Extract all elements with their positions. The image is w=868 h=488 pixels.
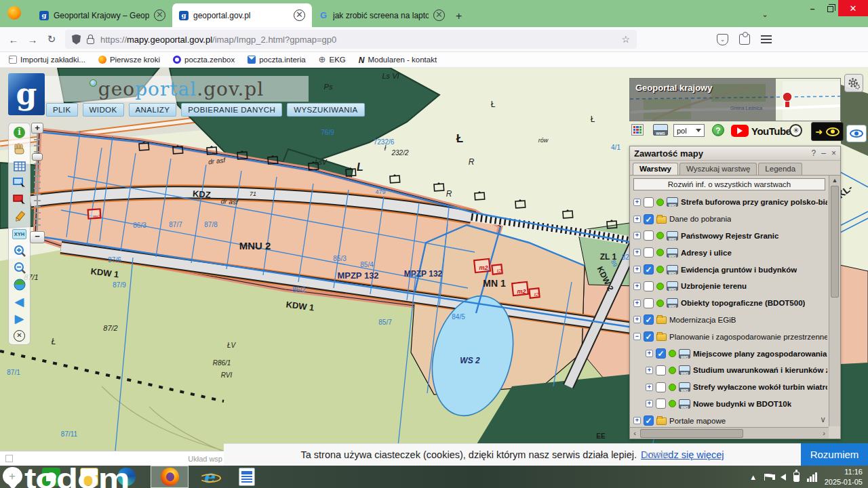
layer-checkbox[interactable] xyxy=(644,247,654,258)
select-rect-tool[interactable] xyxy=(12,176,28,190)
expand-icon[interactable]: + xyxy=(633,199,641,206)
document-app-icon[interactable] xyxy=(239,468,255,486)
vertical-scrollbar[interactable]: ▲ xyxy=(829,176,840,426)
expand-icon[interactable]: + xyxy=(633,300,641,307)
list-tabs-icon[interactable]: ⌄ xyxy=(757,5,773,23)
volume-icon[interactable] xyxy=(781,474,786,481)
url-text[interactable]: https://mapy.geoportal.gov.pl/imap/Imgp_… xyxy=(100,35,615,45)
coordinates-xyh-tool[interactable]: XYH xyxy=(12,227,28,241)
layer-checkbox[interactable] xyxy=(656,399,666,409)
layer-checkbox[interactable]: ✓ xyxy=(644,314,654,325)
layer-label[interactable]: Strefy wyłaczone wokół turbin wiatrow xyxy=(693,383,827,391)
tracking-shield-icon[interactable] xyxy=(72,35,81,45)
panel-help-icon[interactable]: ? xyxy=(812,149,816,157)
browser-tab[interactable]: gGeoportal Krajowy – Geoportal✕ xyxy=(33,3,172,27)
reload-icon[interactable]: ↻ xyxy=(42,33,61,45)
help-icon[interactable]: ? xyxy=(712,124,724,136)
lock-icon[interactable] xyxy=(87,38,94,44)
scroll-up-icon[interactable]: ▲ xyxy=(829,176,840,185)
collapse-icon[interactable]: − xyxy=(633,333,641,340)
panel-tab-wyszukaj-warstwę[interactable]: Wyszukaj warstwę xyxy=(679,163,757,175)
layer-checkbox[interactable]: ✓ xyxy=(644,331,654,342)
horizontal-scrollbar[interactable]: ‹ › xyxy=(630,427,829,439)
zoom-in-tool[interactable] xyxy=(12,244,28,258)
attribute-table-tool[interactable] xyxy=(12,159,28,173)
next-view-tool[interactable]: ▶ xyxy=(12,312,28,325)
layer-label[interactable]: Państwowy Rejestr Granic xyxy=(681,232,778,240)
new-tab-button[interactable]: + xyxy=(456,11,462,22)
expand-icon[interactable]: + xyxy=(633,417,641,424)
clear-selection-tool[interactable]: ✕ xyxy=(12,329,28,342)
tray-expand-icon[interactable]: ▲ xyxy=(749,473,757,481)
wheel-icon[interactable]: ✳ xyxy=(789,124,802,137)
draw-measure-tool[interactable] xyxy=(12,210,28,224)
info-tool[interactable]: i xyxy=(12,125,28,139)
layer-checkbox[interactable]: ✓ xyxy=(644,264,654,274)
layer-label[interactable]: Nowe budynki w BDOT10k xyxy=(693,400,791,408)
layer-label[interactable]: Obiekty topograficzne (BDOT500) xyxy=(681,299,805,307)
geoportal-logo[interactable]: g xyxy=(8,73,45,115)
panel-tab-warstwy[interactable]: Warstwy xyxy=(633,163,678,175)
bookmark-item[interactable]: Pierwsze kroki xyxy=(98,56,160,64)
layer-checkbox[interactable] xyxy=(656,382,666,392)
bookmark-star-icon[interactable]: ☆ xyxy=(621,34,630,45)
layer-label[interactable]: Ewidencja gruntów i budynków xyxy=(681,266,797,274)
layer-label[interactable]: Adresy i ulice xyxy=(681,249,732,257)
zoom-track[interactable] xyxy=(31,134,43,230)
internet-explorer-icon[interactable]: e xyxy=(199,468,219,486)
expand-icon[interactable]: + xyxy=(646,367,653,374)
full-extent-tool[interactable] xyxy=(12,278,28,291)
expand-icon[interactable]: + xyxy=(633,216,641,223)
layer-label[interactable]: Planowanie i zagospodarowanie przestrzen… xyxy=(669,333,827,341)
layer-label[interactable]: Studium uwarunkowań i kierunków zag xyxy=(693,366,827,374)
tab-close-icon[interactable]: ✕ xyxy=(433,9,445,21)
youtube-link[interactable]: YouTube xyxy=(731,125,791,137)
layer-label[interactable]: Dane do pobrania xyxy=(669,215,731,223)
map-viewport[interactable]: ROLs VIPsLsVLŁŁŁłRRrów232/27232/676/94/1… xyxy=(0,68,868,466)
browser-tab[interactable]: ggeoportal.gov.pl✕ xyxy=(172,3,312,27)
panel-close-icon[interactable]: × xyxy=(831,149,836,157)
forward-icon[interactable]: → xyxy=(23,34,42,45)
battery-icon[interactable] xyxy=(793,472,800,482)
bookmark-item[interactable]: NModularen - kontakt xyxy=(359,56,437,64)
hamburger-menu-icon[interactable] xyxy=(761,35,772,43)
expand-icon[interactable]: + xyxy=(646,400,653,407)
expand-icon[interactable]: + xyxy=(646,350,653,357)
pocket-icon[interactable]: ⌄ xyxy=(717,34,728,45)
layer-checkbox[interactable] xyxy=(644,298,654,308)
firefox-icon[interactable] xyxy=(7,6,21,20)
firefox-taskbar-icon[interactable] xyxy=(161,468,179,486)
settings-gear-icon[interactable] xyxy=(844,74,863,92)
expand-icon[interactable]: + xyxy=(633,316,641,323)
accessibility-eye-button[interactable] xyxy=(846,125,867,142)
layer-label[interactable]: Strefa buforowa przy granicy polsko-biał… xyxy=(681,198,827,206)
bookmark-item[interactable]: Importuj zakładki... xyxy=(9,56,85,64)
select-red-rect-tool[interactable] xyxy=(12,193,28,207)
layer-label[interactable]: Portale mapowe xyxy=(669,417,726,425)
expand-icon[interactable]: + xyxy=(646,384,653,391)
horizontal-scroll-thumb[interactable] xyxy=(640,429,743,438)
zoom-handle[interactable] xyxy=(32,153,43,161)
chevron-down-icon[interactable]: ∨ xyxy=(820,415,826,424)
clock[interactable]: 11:16 2025-01-05 xyxy=(825,467,863,487)
bookmark-item[interactable]: poczta.zenbox xyxy=(173,56,235,64)
layer-label[interactable]: Miejscowe plany zagospodarowania prz xyxy=(693,350,827,358)
bookmark-item[interactable]: ⊕EKG xyxy=(319,56,346,64)
zoom-out-tool[interactable] xyxy=(12,261,28,274)
menu-plik[interactable]: PLIK xyxy=(46,103,78,117)
restore-button[interactable] xyxy=(822,0,838,18)
contrast-toggle[interactable]: ➜ xyxy=(811,122,844,141)
minimize-button[interactable]: – xyxy=(804,0,821,18)
zoom-out-button[interactable]: − xyxy=(30,231,45,243)
overview-map[interactable]: Gmina Lednica Geoportal krajowy xyxy=(629,78,841,121)
menu-analizy[interactable]: ANALIZY xyxy=(129,103,177,117)
layer-checkbox[interactable]: ✓ xyxy=(644,415,654,426)
layer-label[interactable]: Uzbrojenie terenu xyxy=(681,282,747,290)
expand-icon[interactable]: + xyxy=(633,249,641,256)
panel-minimize-icon[interactable]: – xyxy=(821,149,826,157)
scroll-left-icon[interactable]: ‹ xyxy=(630,429,639,437)
close-button[interactable]: ✕ xyxy=(838,0,868,16)
wms-icon[interactable]: WMS xyxy=(653,124,668,136)
url-bar[interactable]: https://mapy.geoportal.gov.pl/imap/Imgp_… xyxy=(65,30,637,49)
layer-checkbox[interactable] xyxy=(656,365,666,375)
